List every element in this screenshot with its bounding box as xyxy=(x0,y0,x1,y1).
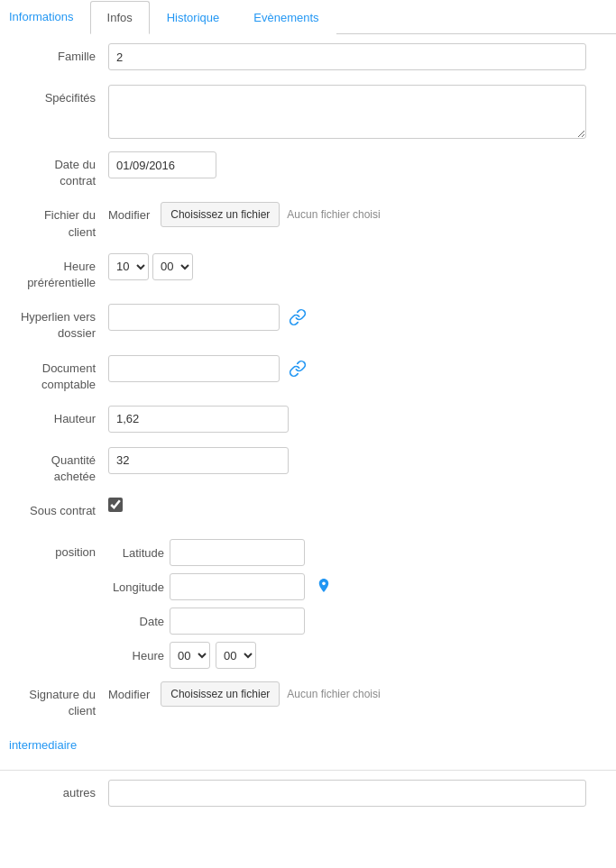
position-row: position Latitude Longitude Date xyxy=(0,539,616,669)
date-contrat-content xyxy=(108,151,616,178)
tab-informations[interactable]: Informations xyxy=(0,1,90,34)
latitude-label: Latitude xyxy=(108,546,164,560)
fichier-client-no-file: Aucun fichier choisi xyxy=(287,208,380,221)
famille-label: Famille xyxy=(0,43,108,65)
autres-input[interactable] xyxy=(108,780,586,807)
quantite-content xyxy=(108,447,616,474)
signature-client-row: Signature du client Modifier Choisissez … xyxy=(0,681,616,719)
position-heure-label: Heure xyxy=(108,649,164,662)
autres-label: autres xyxy=(0,780,108,801)
hauteur-input[interactable] xyxy=(108,406,289,433)
tab-historique[interactable]: Historique xyxy=(150,1,237,34)
hyperlien-link-icon[interactable] xyxy=(289,308,307,326)
signature-client-content: Modifier Choisissez un fichier Aucun fic… xyxy=(108,681,616,707)
fichier-client-file-area: Modifier Choisissez un fichier Aucun fic… xyxy=(108,202,381,227)
map-pin-icon[interactable] xyxy=(316,577,332,597)
specificites-content xyxy=(108,85,616,139)
autres-row: autres xyxy=(0,780,616,809)
quantite-row: Quantité achetée xyxy=(0,447,616,485)
tab-infos[interactable]: Infos xyxy=(90,1,150,34)
position-longitude-row: Longitude xyxy=(108,573,332,600)
fichier-client-choose-btn[interactable]: Choisissez un fichier xyxy=(161,202,280,227)
quantite-input[interactable] xyxy=(108,447,289,474)
specificites-label: Spécifités xyxy=(0,85,108,106)
position-date-label: Date xyxy=(108,615,164,628)
signature-no-file: Aucun fichier choisi xyxy=(287,688,380,700)
position-heure-row: Heure 0001020304050607080910111213141516… xyxy=(108,642,256,669)
position-heure-hour-select[interactable]: 0001020304050607080910111213141516171819… xyxy=(170,642,210,669)
heure-pref-min-select[interactable]: 00153045 xyxy=(152,253,193,280)
intermediaire-row: intermediaire xyxy=(9,733,616,757)
hauteur-label: Hauteur xyxy=(0,406,108,427)
sous-contrat-label: Sous contrat xyxy=(0,498,108,519)
intermediaire-link[interactable]: intermediaire xyxy=(9,733,77,757)
heure-pref-row: Heure prérérentielle 0001020304050607080… xyxy=(0,253,616,291)
position-date-input[interactable] xyxy=(170,608,305,635)
fichier-client-content: Modifier Choisissez un fichier Aucun fic… xyxy=(108,202,616,227)
divider xyxy=(0,770,616,771)
hyperlien-input[interactable] xyxy=(108,304,280,331)
hyperlien-row: Hyperlien vers dossier xyxy=(0,304,616,342)
longitude-label: Longitude xyxy=(108,580,164,594)
signature-client-label: Signature du client xyxy=(0,681,108,719)
specificites-row: Spécifités xyxy=(0,85,616,139)
hyperlien-label: Hyperlien vers dossier xyxy=(0,304,108,342)
sous-contrat-content xyxy=(108,498,616,512)
position-date-row: Date xyxy=(108,608,305,635)
famille-row: Famille xyxy=(0,43,616,72)
position-heure-min-select[interactable]: 00153045 xyxy=(216,642,256,669)
date-contrat-input[interactable] xyxy=(108,151,216,178)
heure-pref-hour-select[interactable]: 0001020304050607080910111213141516171819… xyxy=(108,253,149,280)
heure-pref-label: Heure prérérentielle xyxy=(0,253,108,291)
latitude-input[interactable] xyxy=(170,539,305,566)
document-comptable-content xyxy=(108,355,616,382)
sous-contrat-checkbox[interactable] xyxy=(108,498,123,512)
hauteur-row: Hauteur xyxy=(0,406,616,434)
hyperlien-content xyxy=(108,304,616,331)
famille-input[interactable] xyxy=(108,43,586,70)
document-comptable-link-icon[interactable] xyxy=(289,360,307,378)
heure-pref-content: 0001020304050607080910111213141516171819… xyxy=(108,253,616,280)
signature-client-file-area: Modifier Choisissez un fichier Aucun fic… xyxy=(108,681,381,707)
fichier-client-modifier: Modifier xyxy=(108,208,150,222)
signature-choose-btn[interactable]: Choisissez un fichier xyxy=(161,681,280,707)
tab-evenements[interactable]: Evènements xyxy=(236,1,336,34)
document-comptable-row: Document comptable xyxy=(0,355,616,393)
date-contrat-row: Date du contrat xyxy=(0,151,616,189)
hauteur-content xyxy=(108,406,616,433)
document-comptable-label: Document comptable xyxy=(0,355,108,393)
position-latitude-row: Latitude xyxy=(108,539,305,566)
heure-pref-selects: 0001020304050607080910111213141516171819… xyxy=(108,253,193,280)
fichier-client-row: Fichier du client Modifier Choisissez un… xyxy=(0,202,616,240)
specificites-textarea[interactable] xyxy=(108,85,586,139)
quantite-label: Quantité achetée xyxy=(0,447,108,485)
autres-content xyxy=(108,780,616,807)
fichier-client-label: Fichier du client xyxy=(0,202,108,240)
signature-modifier: Modifier xyxy=(108,688,150,701)
famille-content xyxy=(108,43,616,70)
longitude-input[interactable] xyxy=(170,573,305,600)
document-comptable-input[interactable] xyxy=(108,355,280,382)
tab-bar: Informations Infos Historique Evènements xyxy=(0,0,616,34)
date-contrat-label: Date du contrat xyxy=(0,151,108,189)
form-body: Famille Spécifités Date du contrat Fichi… xyxy=(0,34,616,830)
position-label: position xyxy=(0,539,108,561)
position-content: Latitude Longitude Date Heure xyxy=(108,539,616,669)
sous-contrat-row: Sous contrat xyxy=(0,498,616,526)
